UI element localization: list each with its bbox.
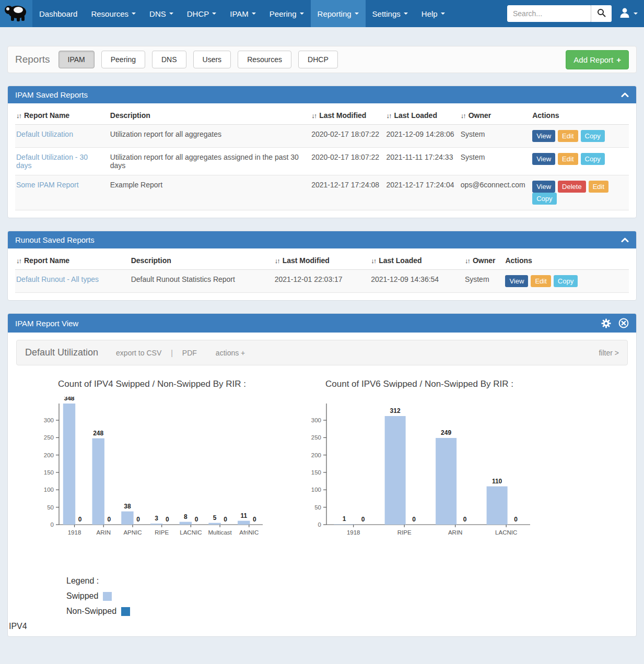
ipam-saved-reports-header[interactable]: IPAM Saved Reports <box>8 86 636 103</box>
nav-item-label: Peering <box>270 9 297 18</box>
search-button[interactable] <box>591 5 612 22</box>
nav-item-dhcp[interactable]: DHCP <box>180 0 224 27</box>
column-header-description: Description <box>109 106 310 125</box>
sort-icon[interactable]: ↓↑ <box>461 112 465 120</box>
panel-title: Runout Saved Reports <box>15 235 614 244</box>
nav-search <box>507 0 612 27</box>
charts-row: Count of IPV4 Swipped / Non-Swipped By R… <box>8 365 636 555</box>
edit-button[interactable]: Edit <box>589 181 608 193</box>
delete-button[interactable]: Delete <box>558 181 586 193</box>
view-button[interactable]: View <box>532 181 555 193</box>
nav-item-ipam[interactable]: IPAM <box>223 0 263 27</box>
svg-text:0: 0 <box>412 516 416 523</box>
nav-item-peering[interactable]: Peering <box>263 0 311 27</box>
view-button[interactable]: View <box>532 153 555 165</box>
report-description: Default Runout Statistics Report <box>130 270 274 293</box>
collapse-chevron-up-icon[interactable] <box>621 238 629 242</box>
collapse-chevron-up-icon[interactable] <box>621 92 629 97</box>
copy-button[interactable]: Copy <box>532 193 556 205</box>
nav-item-dns[interactable]: DNS <box>143 0 180 27</box>
sort-icon[interactable]: ↓↑ <box>465 257 470 265</box>
sort-icon[interactable]: ↓↑ <box>275 257 279 265</box>
sort-icon[interactable]: ↓↑ <box>371 257 376 265</box>
copy-button[interactable]: Copy <box>581 153 605 165</box>
column-header-owner[interactable]: ↓↑Owner <box>464 252 505 270</box>
column-header-last-modified[interactable]: ↓↑Last Modified <box>310 106 385 125</box>
sort-icon[interactable]: ↓↑ <box>16 112 21 120</box>
svg-text:ARIN: ARIN <box>448 529 462 536</box>
owner: System <box>460 148 531 175</box>
column-header-last-loaded[interactable]: ↓↑Last Loaded <box>370 252 464 270</box>
search-input[interactable] <box>507 5 591 22</box>
view-button[interactable]: View <box>532 130 555 142</box>
nav-item-resources[interactable]: Resources <box>84 0 143 27</box>
report-tabs: IPAMPeeringDNSUsersResourcesDHCP <box>58 51 345 68</box>
svg-text:200: 200 <box>44 452 54 458</box>
ipam-saved-reports-table: ↓↑Report NameDescription↓↑Last Modified↓… <box>15 106 629 210</box>
edit-button[interactable]: Edit <box>558 130 578 142</box>
report-description: Example Report <box>109 175 310 210</box>
svg-text:0: 0 <box>107 516 111 523</box>
table-row: Default UtilizationUtilization report fo… <box>15 125 629 148</box>
column-header-owner[interactable]: ↓↑Owner <box>460 106 531 125</box>
export-pdf-link[interactable]: PDF <box>182 349 197 357</box>
edit-button[interactable]: Edit <box>558 153 578 165</box>
user-menu[interactable] <box>619 0 638 27</box>
nav-item-label: Help <box>421 9 438 18</box>
report-tab-dhcp[interactable]: DHCP <box>298 51 338 68</box>
report-tab-ipam[interactable]: IPAM <box>58 51 95 68</box>
nav-item-settings[interactable]: Settings <box>366 0 415 27</box>
nav-item-dashboard[interactable]: Dashboard <box>32 0 84 27</box>
column-header-report-name[interactable]: ↓↑Report Name <box>15 252 130 270</box>
svg-text:0: 0 <box>51 521 54 528</box>
last-loaded: 2021-12-09 14:36:54 <box>370 270 464 293</box>
chevron-down-icon <box>404 13 408 15</box>
last-loaded: 2021-11-11 17:24:33 <box>385 148 460 175</box>
chevron-down-icon <box>441 13 445 15</box>
report-name-link[interactable]: Default Runout - All types <box>16 275 99 283</box>
nav-item-help[interactable]: Help <box>415 0 452 27</box>
svg-text:APNIC: APNIC <box>123 529 142 536</box>
actions-cell: ViewEditCopy <box>531 125 629 148</box>
copy-button[interactable]: Copy <box>581 130 605 142</box>
sort-icon[interactable]: ↓↑ <box>16 257 21 265</box>
column-header-last-loaded[interactable]: ↓↑Last Loaded <box>385 106 460 125</box>
report-description: Utilization report for all aggregates as… <box>109 148 310 175</box>
report-tab-resources[interactable]: Resources <box>238 51 291 68</box>
filter-toggle-link[interactable]: filter > <box>599 349 619 357</box>
copy-button[interactable]: Copy <box>554 275 578 287</box>
svg-text:312: 312 <box>390 407 401 414</box>
column-header-last-modified[interactable]: ↓↑Last Modified <box>274 252 370 270</box>
owner: ops@6connect.com <box>460 175 531 210</box>
export-csv-link[interactable]: export to CSV <box>116 349 161 357</box>
section-label-ipv4: IPV4 <box>9 622 636 631</box>
legend-label: Non-Swipped <box>66 607 116 616</box>
report-name-link[interactable]: Some IPAM Report <box>16 181 79 189</box>
legend-heading: Legend : <box>66 576 636 586</box>
report-tab-peering[interactable]: Peering <box>101 51 145 68</box>
gear-icon[interactable] <box>601 318 611 328</box>
app-logo[interactable] <box>0 0 32 27</box>
add-report-button[interactable]: Add Report+ <box>566 50 629 69</box>
nav-item-label: IPAM <box>230 9 249 18</box>
plus-icon: + <box>616 55 621 64</box>
sort-icon[interactable]: ↓↑ <box>311 112 316 120</box>
close-circle-icon[interactable] <box>618 318 629 328</box>
actions-cell: ViewDeleteEditCopy <box>531 175 629 210</box>
view-button[interactable]: View <box>505 275 528 287</box>
runout-saved-reports-header[interactable]: Runout Saved Reports <box>8 231 636 248</box>
edit-button[interactable]: Edit <box>531 275 551 287</box>
report-tab-users[interactable]: Users <box>193 51 231 68</box>
report-name-link[interactable]: Default Utilization <box>16 130 73 138</box>
table-row: Default Utilization - 30 daysUtilization… <box>15 148 629 175</box>
sort-icon[interactable]: ↓↑ <box>387 112 391 120</box>
chevron-down-icon <box>252 13 256 15</box>
actions-menu-link[interactable]: actions + <box>216 349 245 357</box>
svg-text:0: 0 <box>78 516 82 523</box>
nav-item-reporting[interactable]: Reporting <box>311 0 366 27</box>
svg-text:300: 300 <box>311 417 321 423</box>
panel-title: IPAM Report View <box>15 319 594 328</box>
column-header-report-name[interactable]: ↓↑Report Name <box>15 106 109 125</box>
report-name-link[interactable]: Default Utilization - 30 days <box>16 153 88 170</box>
report-tab-dns[interactable]: DNS <box>152 51 186 68</box>
